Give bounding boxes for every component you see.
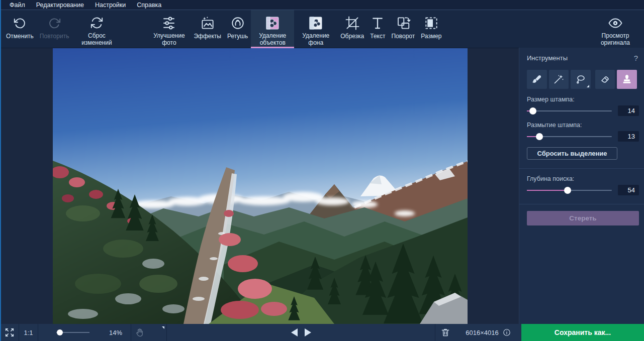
eraser-tool-button[interactable] — [595, 70, 615, 89]
eye-icon — [608, 15, 623, 31]
stamp-size-value[interactable]: 14 — [618, 105, 639, 116]
effects-icon — [200, 15, 215, 32]
object-removal-icon — [265, 15, 280, 31]
menu-bar: Файл Редактирование Настройки Справка — [0, 0, 644, 10]
tab-effects-label: Эффекты — [194, 33, 221, 40]
menu-item-file[interactable]: Файл — [4, 1, 31, 9]
info-icon[interactable] — [502, 328, 511, 337]
search-depth-slider-handle[interactable] — [564, 187, 571, 194]
rotate-icon — [396, 15, 411, 32]
menu-item-help[interactable]: Справка — [131, 1, 167, 9]
reset-changes-button[interactable]: Сброс изменений — [72, 10, 121, 48]
magic-wand-tool-button[interactable] — [549, 70, 569, 89]
editor-canvas — [0, 48, 519, 324]
tab-enhance-label: Улучшение фото — [150, 33, 188, 46]
tab-retouch-label: Ретушь — [227, 33, 248, 40]
search-depth-slider[interactable] — [527, 186, 612, 194]
tab-text-label: Текст — [370, 33, 385, 40]
fit-to-screen-button[interactable] — [0, 324, 19, 341]
stamp-blur-slider-handle[interactable] — [536, 133, 543, 140]
zoom-controls: 14% — [38, 324, 131, 341]
stamp-size-slider[interactable] — [527, 107, 612, 115]
stamp-icon — [621, 73, 633, 85]
tab-resize[interactable]: Размер — [418, 10, 444, 48]
tab-background-removal-label: Удаление фона — [297, 33, 334, 46]
magic-wand-icon — [553, 73, 565, 85]
tab-crop-label: Обрезка — [340, 33, 364, 40]
tab-effects[interactable]: Эффекты — [191, 10, 224, 48]
zoom-in-icon[interactable] — [93, 327, 103, 337]
lasso-tool-button[interactable] — [571, 70, 591, 89]
reset-selection-button[interactable]: Сбросить выделение — [527, 147, 617, 160]
zoom-percent: 14% — [106, 329, 126, 336]
hand-icon — [135, 327, 145, 337]
menu-item-edit[interactable]: Редактирование — [31, 1, 89, 9]
text-icon — [370, 15, 385, 32]
brush-tool-button[interactable] — [527, 70, 547, 89]
image-size-value: 6016×4016 — [466, 329, 498, 336]
search-depth-value[interactable]: 54 — [618, 185, 639, 195]
previous-image-button[interactable] — [291, 328, 298, 336]
status-bar: 1:1 14% — [0, 324, 644, 341]
tab-enhance[interactable]: Улучшение фото — [147, 10, 191, 48]
redo-button[interactable]: Повторить — [37, 10, 72, 48]
pan-tool-button[interactable] — [131, 324, 148, 341]
image-size-display: 6016×4016 — [455, 324, 521, 341]
photo-canvas[interactable] — [53, 48, 468, 324]
retouch-icon — [230, 15, 245, 32]
resize-icon — [424, 15, 439, 32]
divider — [519, 168, 644, 169]
undo-icon — [13, 15, 27, 32]
stamp-blur-value[interactable]: 13 — [618, 131, 639, 142]
redo-label: Повторить — [40, 33, 69, 40]
save-as-button[interactable]: Сохранить как... — [521, 324, 644, 341]
delete-image-button[interactable] — [435, 324, 455, 341]
selection-tool-button[interactable] — [148, 324, 167, 341]
image-navigation — [291, 324, 311, 341]
eraser-icon — [599, 73, 611, 85]
redo-icon — [48, 15, 61, 32]
enhance-icon — [161, 15, 176, 31]
main-toolbar: Отменить Повторить Сброс изменений — [0, 10, 644, 48]
menu-item-settings[interactable]: Настройки — [89, 1, 131, 9]
tab-retouch[interactable]: Ретушь — [224, 10, 251, 48]
tab-rotate-label: Поворот — [391, 33, 415, 40]
undo-label: Отменить — [6, 33, 34, 40]
reset-changes-label: Сброс изменений — [75, 33, 118, 46]
help-icon[interactable]: ? — [634, 54, 639, 62]
crop-icon — [345, 15, 360, 32]
zoom-slider-handle[interactable] — [57, 329, 63, 335]
actual-size-label: 1:1 — [24, 329, 33, 336]
tab-crop[interactable]: Обрезка — [337, 10, 367, 48]
tools-panel: Инструменты ? — [519, 48, 644, 324]
tab-object-removal[interactable]: Удаление объектов — [251, 10, 294, 48]
view-original-label: Просмотр оригинала — [594, 33, 637, 46]
tab-background-removal[interactable]: Удаление фона — [294, 10, 337, 48]
trash-icon — [440, 327, 450, 337]
stamp-blur-label: Размытие штампа: — [527, 122, 639, 129]
erase-button[interactable]: Стереть — [527, 211, 639, 225]
stamp-tool-button[interactable] — [617, 70, 637, 89]
marquee-icon — [152, 327, 162, 337]
background-removal-icon — [308, 15, 323, 31]
lasso-icon — [575, 73, 587, 85]
next-image-button[interactable] — [305, 328, 311, 336]
stamp-blur-slider[interactable] — [527, 133, 612, 141]
tools-panel-title: Инструменты — [527, 54, 568, 62]
tab-rotate[interactable]: Поворот — [388, 10, 418, 48]
divider — [519, 204, 644, 204]
stamp-size-label: Размер штампа: — [527, 96, 639, 103]
tab-resize-label: Размер — [421, 33, 441, 40]
stamp-size-slider-handle[interactable] — [529, 107, 536, 115]
lasso-options-indicator — [587, 85, 589, 87]
undo-button[interactable]: Отменить — [3, 10, 37, 48]
view-original-button[interactable]: Просмотр оригинала — [591, 10, 640, 48]
zoom-slider[interactable] — [56, 329, 89, 336]
tab-text[interactable]: Текст — [367, 10, 388, 48]
selection-options-indicator — [162, 326, 164, 329]
search-depth-label: Глубина поиска: — [527, 175, 639, 182]
tab-object-removal-label: Удаление объектов — [254, 33, 291, 46]
zoom-out-icon[interactable] — [43, 327, 53, 337]
actual-size-button[interactable]: 1:1 — [19, 324, 38, 341]
brush-icon — [531, 73, 543, 85]
